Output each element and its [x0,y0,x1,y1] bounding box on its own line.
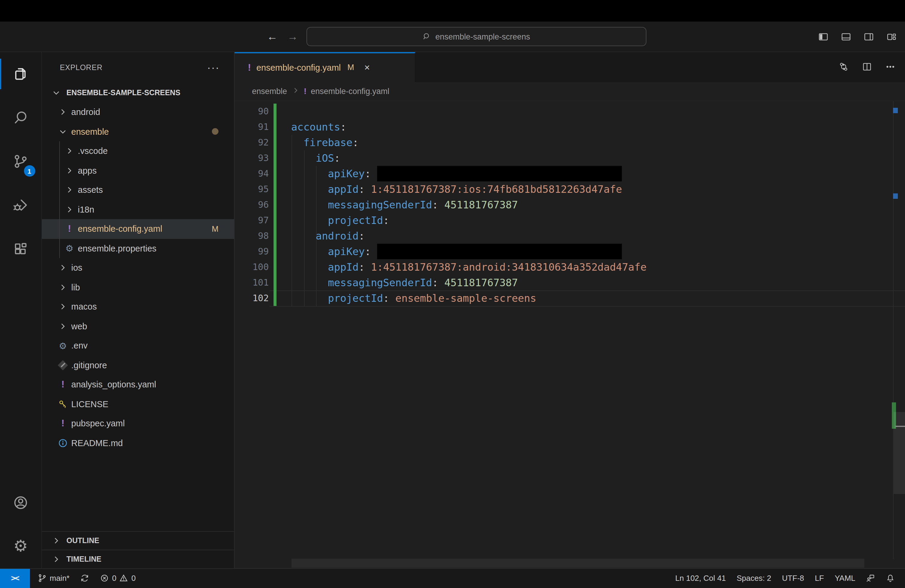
toggle-primary-sidebar-icon[interactable] [818,32,829,41]
bell-icon [886,574,895,583]
code-line-100[interactable]: 100 appId: 1:451181767387:android:341831… [235,259,905,275]
chevron-right-icon [57,302,69,311]
tree-item--vscode[interactable]: .vscode [42,141,234,161]
eol-sequence[interactable]: LF [810,574,829,583]
tree-item-assets[interactable]: assets [42,180,234,200]
tree-item-label: lib [71,283,80,292]
yaml-icon: ! [248,62,251,73]
command-center[interactable]: ensemble-sample-screens [306,27,646,46]
code-text: apiKey: [276,165,622,181]
tab-ensemble-config[interactable]: ! ensemble-config.yaml M × [235,52,415,82]
activity-extensions[interactable] [0,227,41,271]
tree-item-apps[interactable]: apps [42,161,234,180]
workspace-root-folder[interactable]: ENSEMBLE-SAMPLE-SCREENS [42,83,234,102]
activity-accounts[interactable] [0,481,41,524]
tree-item-pubspec-yaml[interactable]: !pubspec.yaml [42,414,234,433]
activity-run-debug[interactable] [0,183,41,227]
tree-indent-guide [59,141,60,258]
tree-item-label: assets [78,185,103,195]
activity-search[interactable] [0,96,41,140]
language-mode[interactable]: YAML [829,574,861,583]
key-icon [57,399,69,409]
sync-item[interactable] [75,574,95,583]
open-changes-icon[interactable] [838,62,849,72]
more-actions-icon[interactable] [885,62,895,72]
tree-item-ios[interactable]: ios [42,258,234,278]
notifications-item[interactable] [880,574,900,583]
git-added-gutter [273,181,276,197]
code-line-94[interactable]: 94 apiKey: [235,165,905,181]
split-editor-icon[interactable] [862,62,872,72]
customize-layout-icon[interactable] [886,32,897,41]
vertical-scrollbar[interactable] [894,412,905,494]
tree-item--env[interactable]: ⚙.env [42,336,234,355]
activity-source-control[interactable]: 1 [0,140,41,183]
code-line-102[interactable]: 102 projectId: ensemble-sample-screens [235,290,905,306]
tree-item-lib[interactable]: lib [42,278,234,297]
code-line-98[interactable]: 98 android: [235,228,905,243]
chevron-right-icon [50,536,62,545]
explorer-title: EXPLORER [60,64,103,72]
modified-badge: M [212,224,219,234]
tree-item-ensemble-properties[interactable]: ⚙ensemble.properties [42,238,234,258]
tree-item-label: android [71,108,100,117]
tree-item-label: analysis_options.yaml [71,380,156,389]
tree-item-analysis-options-yaml[interactable]: !analysis_options.yaml [42,375,234,394]
tree-item-readme-md[interactable]: README.md [42,433,234,453]
branch-label: main* [50,574,70,583]
tree-item-android[interactable]: android [42,102,234,122]
outline-label: OUTLINE [67,537,99,545]
breadcrumb-file[interactable]: ensemble-config.yaml [311,86,389,95]
code-line-93[interactable]: 93 iOS: [235,150,905,165]
back-button[interactable]: ← [267,30,278,43]
line-number: 95 [235,181,269,197]
remote-indicator[interactable]: >< [0,569,30,588]
explorer-more-actions[interactable]: ··· [207,61,220,74]
code-line-92[interactable]: 92 firebase: [235,134,905,150]
encoding[interactable]: UTF-8 [776,574,810,583]
indentation[interactable]: Spaces: 2 [731,574,776,583]
git-added-gutter [273,150,276,165]
current-line-border [269,306,905,306]
cursor-position[interactable]: Ln 102, Col 41 [670,574,731,583]
yaml-icon: ! [57,418,69,429]
chevron-right-icon [50,555,62,564]
tree-item-label: i18n [78,205,94,215]
code-line-95[interactable]: 95 appId: 1:451181767387:ios:74fb681bd58… [235,181,905,197]
code-line-96[interactable]: 96 messagingSenderId: 451181767387 [235,197,905,212]
tree-item-web[interactable]: web [42,316,234,336]
tree-item-ensemble-config-yaml[interactable]: !ensemble-config.yamlM [42,219,234,238]
code-line-99[interactable]: 99 apiKey: [235,243,905,259]
code-line-97[interactable]: 97 projectId: [235,212,905,228]
tree-item--gitignore[interactable]: .gitignore [42,355,234,375]
breadcrumb-folder[interactable]: ensemble [252,86,287,95]
forward-button[interactable]: → [287,30,298,43]
tree-item-ensemble[interactable]: ensemble [42,122,234,141]
code-line-91[interactable]: 91accounts: [235,119,905,134]
tree-item-license[interactable]: LICENSE [42,394,234,414]
code-line-90[interactable]: 90 [235,103,905,119]
title-bar: ← → ensemble-sample-screens [0,22,905,52]
toggle-panel-icon[interactable] [841,32,851,41]
git-added-gutter [273,119,276,134]
problems-item[interactable]: 0 0 [95,574,141,583]
activity-explorer[interactable] [0,52,41,96]
chevron-right-icon [64,185,75,195]
tree-item-i18n[interactable]: i18n [42,200,234,219]
activity-settings[interactable]: ⚙ [0,524,41,568]
timeline-section[interactable]: TIMELINE [42,550,234,568]
yaml-icon: ! [304,86,306,96]
line-number: 94 [235,165,269,181]
horizontal-scrollbar[interactable] [292,559,864,567]
command-center-label: ensemble-sample-screens [435,32,530,41]
close-icon[interactable]: × [364,62,370,73]
toggle-secondary-sidebar-icon[interactable] [864,32,874,41]
outline-section[interactable]: OUTLINE [42,531,234,550]
branch-item[interactable]: main* [32,574,75,583]
line-number: 90 [235,103,269,119]
line-number: 97 [235,212,269,228]
code-editor[interactable]: 9091accounts:92 firebase:93 iOS:94 apiKe… [235,101,905,568]
tree-item-macos[interactable]: macos [42,297,234,316]
feedback-item[interactable] [861,574,880,583]
code-line-101[interactable]: 101 messagingSenderId: 451181767387 [235,275,905,290]
